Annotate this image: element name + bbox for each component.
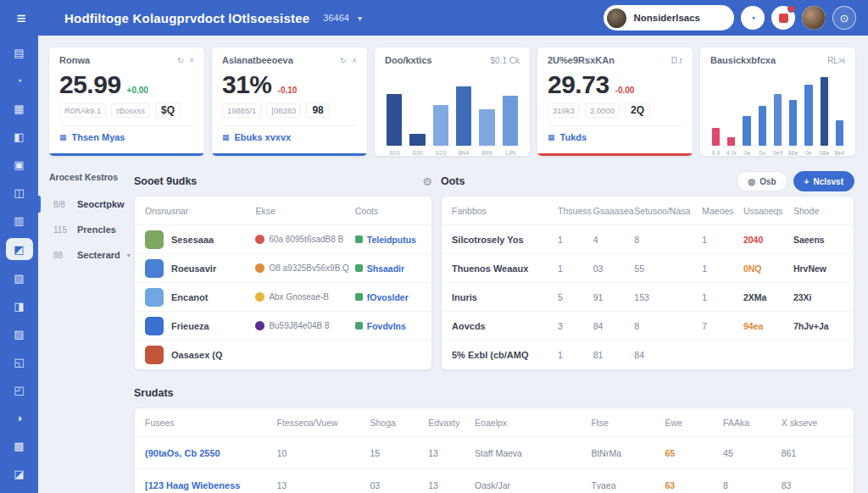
filter-icon: ◎ [748,177,755,186]
cell-value: 81 [593,350,635,360]
app-meta-cell: Bu59J84e04B 8 [255,321,354,330]
history-button[interactable]: ◔ [741,6,765,30]
stat-cards-row: Ronwa ↻ × 25.99 +0.00 R0RAk9.1 rBosxss $… [38,36,868,157]
card-footer-link[interactable]: Tukds [560,132,587,142]
sidebar-item-4[interactable]: ▣ [6,154,33,174]
item-badge: 115 [53,225,70,235]
sidebar-item-8[interactable]: ▧ [6,268,33,288]
app-link[interactable]: Fovdvlns [367,321,406,331]
usage-value: 0NQ [743,263,793,274]
avatar [802,6,826,30]
filter-button[interactable]: ◎ Osb [737,171,787,191]
sidebar-item-12[interactable]: ◰ [6,379,33,400]
sidebar-item-5[interactable]: ◫ [6,182,33,202]
close-icon[interactable]: × [189,56,194,65]
cell-value: 03 [370,480,429,490]
app-link[interactable]: Shsaadir [367,263,404,274]
record-link[interactable]: [123 Haag Wiebeness [145,480,277,490]
app-name: Roeusavir [171,263,216,274]
bar-label: 0e9 [773,150,783,156]
card-stats: R0RAk9.1 rBosxss $Q [59,102,194,118]
sidebar-item-10[interactable]: ▨ [6,324,33,344]
row-name: Silcotrosely Yos [452,235,558,245]
sidebar-item-6[interactable]: ▥ [6,210,33,230]
gear-icon[interactable]: ⚙ [422,175,432,188]
close-icon[interactable]: × [352,56,357,65]
card-footer: ▦ Ebuks xvxvx [222,125,357,142]
column-header: Setusoo/Nasa [634,206,702,216]
sidebar-item-icon: ◧ [14,130,24,143]
bar-column: 0e [804,72,812,146]
card-header: Aslanatbeeoeva ↻ × [222,55,357,65]
bar-chart: S03S00S238N48B91JN [385,72,520,147]
sidebar-item-3[interactable]: ◧ [6,126,33,147]
sidebar-item-11[interactable]: ◱ [6,352,33,372]
cell-value: 1 [558,350,593,360]
notifications-button[interactable] [771,6,795,30]
sidebar-item-2[interactable]: ▦ [6,98,33,119]
stat-chip: R0RAk9.1 [59,103,106,118]
bar-column: 9.9 [712,72,720,146]
column-header: Eoaelpx [475,418,591,428]
table-row: Thuenos Weaaux 1 03 55 1 0NQ HrvNew [442,254,854,283]
refresh-icon[interactable]: ↻ [340,56,347,65]
bar-label: 8e4 [835,150,845,156]
card-header: Ronwa ↻ × [59,55,194,65]
bar-column: 86e [789,72,797,146]
bar [456,86,471,146]
record-link[interactable]: (90taOs, Cb 2550 [145,448,277,458]
app-icon [145,346,164,364]
table-row: Sesesaaa 60a 8095t6sadB8 B Teleidputus [135,225,431,254]
column-header: Ussaoeqs [743,206,793,216]
table-row: Roeusavir O8 a9325Bv56x9B.Q Shsaadir [135,254,431,283]
card-delta: +0.00 [127,86,148,95]
refresh-icon[interactable]: ↻ [177,56,184,65]
bar-label: S00 [412,150,422,156]
sidebar-item-icon: ▥ [14,214,24,227]
menu-toggle-button[interactable]: ≡ [10,10,32,26]
sidebar-item-14[interactable]: ▩ [6,435,33,456]
help-button[interactable]: ⊙ [832,6,856,30]
user-pill[interactable]: Nonsiderlsacs [604,5,734,30]
bar-label: S23 [436,150,446,156]
profile-button[interactable] [802,6,826,30]
apps-table: Onsnusnar Ekse Coots Sesesaaa [134,196,432,370]
sidebar-item-15[interactable]: ◪ [6,463,33,484]
sidebar-item-13[interactable]: ◑ [6,407,33,428]
card-footer-link[interactable]: Ebuks xvxvx [235,132,292,142]
usage-value: 94ea [743,321,793,331]
sidebar-item-9[interactable]: ◨ [6,296,33,316]
app-link[interactable]: fOvoslder [367,292,409,302]
app-link[interactable]: Teleidputus [367,235,416,245]
sidebar-item-icon: ◰ [14,384,24,396]
app-name-cell: Oasasex (Q [145,346,255,364]
sidebar-item-1[interactable]: ◔ [6,70,33,91]
cell-value: 8 [634,321,702,331]
sidebar-item-0[interactable]: ▤ [6,42,33,63]
stat-card-score: 2U%e9RsxKAn D.r 29.73 -0.00 319k3 2.0000… [537,47,693,157]
sidebar-item-icon: ▧ [14,272,24,285]
bar-label: 0u [759,150,765,156]
table-row: [123 Haag Wiebeness 13 03 13 Oask/Jar Tv… [135,469,854,493]
chevron-down-icon[interactable]: ▾ [358,14,362,23]
content-row: Arocest Kestros 8/8 Seocrtpkw 115 Prencl… [38,170,868,493]
sidebar-item-7[interactable]: ◩ [6,238,33,260]
subnav-item-1[interactable]: 8/8 Seocrtpkw [49,194,129,214]
table-header-row: Fanbbos Thsuess Gsaaasea Setusoo/Nasa Ma… [442,197,854,225]
card-footer-link[interactable]: Thsen Myas [72,132,125,142]
subnav-item-3[interactable]: 88 Secterard ▾ [49,245,129,265]
card-header: 2U%e9RsxKAn D.r [548,55,682,65]
cell-value: 8 [723,480,782,490]
filter-button-label: Osb [760,177,776,186]
section-title: Srudats [134,387,174,399]
bar [759,106,766,146]
cell-value: 63 [665,480,723,490]
cell-value: 91 [593,292,635,302]
cell-value: 10 [277,448,370,458]
subnav-item-2[interactable]: 115 Prencles [49,219,129,240]
data-section: Oots ◎ Osb + Nclsvst [441,170,854,370]
bar-column: S23 [433,72,448,146]
app-name: Sesesaaa [171,235,214,245]
add-button[interactable]: + Nclsvst [793,171,854,191]
column-header: X skseve [782,418,843,428]
